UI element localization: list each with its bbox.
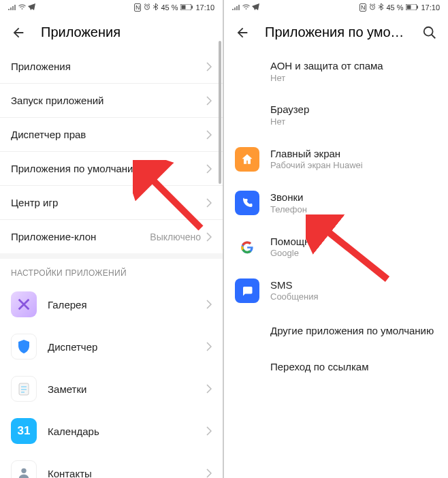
app-list: Галерея Диспетчер Заметки 31 Календарь bbox=[0, 283, 223, 478]
search-icon[interactable] bbox=[422, 25, 437, 40]
phone-left: N 45 % 17:10 Приложения Приложения Запус… bbox=[0, 0, 224, 478]
notes-icon bbox=[11, 376, 37, 402]
svg-rect-12 bbox=[417, 6, 418, 9]
page-title: Приложения по умолча... bbox=[265, 25, 407, 40]
row-game-center[interactable]: Центр игр bbox=[0, 186, 223, 220]
status-bar: N 45 % 17:10 bbox=[224, 0, 448, 15]
row-label: Приложения bbox=[11, 61, 206, 72]
default-sub: Телефон bbox=[270, 204, 437, 216]
row-label: Запуск приложений bbox=[11, 95, 206, 106]
status-right: N 45 % 17:10 bbox=[134, 3, 214, 12]
svg-rect-2 bbox=[182, 5, 186, 10]
empty-icon bbox=[235, 59, 259, 84]
default-title: Главный экран bbox=[270, 147, 437, 161]
svg-point-13 bbox=[424, 27, 433, 35]
section-header: НАСТРОЙКИ ПРИЛОЖЕНИЙ bbox=[0, 259, 223, 283]
default-home[interactable]: Главный экран Рабочий экран Huawei bbox=[224, 138, 448, 181]
row-value: Выключено bbox=[150, 232, 201, 242]
row-open-links[interactable]: Переход по ссылкам bbox=[224, 349, 448, 385]
svg-point-8 bbox=[21, 468, 26, 473]
sms-icon bbox=[235, 278, 259, 303]
header: Приложения bbox=[0, 15, 223, 50]
telegram-icon bbox=[28, 3, 35, 12]
chevron-right-icon bbox=[206, 130, 212, 140]
app-label: Контакты bbox=[48, 468, 195, 479]
header: Приложения по умолча... bbox=[224, 15, 448, 50]
battery-icon bbox=[406, 3, 418, 12]
home-icon bbox=[235, 147, 259, 172]
bluetooth-icon bbox=[153, 3, 158, 12]
phone-right: N 45 % 17:10 Приложения по умолча... АОН… bbox=[224, 0, 448, 478]
default-title: SMS bbox=[270, 278, 437, 292]
status-bar: N 45 % 17:10 bbox=[0, 0, 223, 15]
svg-line-14 bbox=[432, 34, 436, 38]
nfc-icon: N bbox=[134, 3, 142, 12]
default-sub: Рабочий экран Huawei bbox=[270, 160, 437, 172]
row-app-clone[interactable]: Приложение-клон Выключено bbox=[0, 220, 223, 253]
app-row-calendar[interactable]: 31 Календарь bbox=[0, 410, 223, 452]
app-row-gallery[interactable]: Галерея bbox=[0, 283, 223, 325]
empty-icon bbox=[235, 103, 259, 128]
default-browser[interactable]: Браузер Нет bbox=[224, 93, 448, 137]
svg-rect-3 bbox=[191, 6, 193, 9]
default-sub: Сообщения bbox=[270, 291, 437, 303]
status-right: N 45 % 17:10 bbox=[359, 3, 440, 12]
row-label: Приложение-клон bbox=[11, 231, 150, 242]
app-row-contacts[interactable]: Контакты bbox=[0, 452, 223, 478]
app-label: Галерея bbox=[48, 299, 195, 310]
chevron-right-icon bbox=[206, 468, 212, 478]
telegram-icon bbox=[252, 3, 259, 12]
app-label: Диспетчер bbox=[48, 341, 195, 353]
status-left bbox=[8, 3, 35, 12]
alarm-icon bbox=[144, 3, 150, 12]
row-label: Приложения по умолчанию bbox=[11, 163, 206, 174]
defaults-list: АОН и защита от спама Нет Браузер Нет Гл… bbox=[224, 50, 448, 385]
chevron-right-icon bbox=[206, 164, 212, 174]
chevron-right-icon bbox=[206, 232, 212, 242]
app-label: Календарь bbox=[48, 426, 195, 437]
gallery-icon bbox=[11, 291, 37, 317]
chevron-right-icon bbox=[206, 342, 212, 351]
default-sub: Нет bbox=[270, 73, 437, 84]
row-label: Диспетчер прав bbox=[11, 129, 206, 140]
default-sub: Google bbox=[270, 248, 437, 259]
default-caller-id[interactable]: АОН и защита от спама Нет bbox=[224, 50, 448, 93]
row-permissions[interactable]: Диспетчер прав bbox=[0, 118, 223, 152]
bluetooth-icon bbox=[379, 3, 383, 12]
wifi-icon bbox=[242, 3, 251, 12]
default-title: Звонки bbox=[270, 191, 437, 204]
battery-text: 45 % bbox=[386, 3, 403, 12]
shield-icon bbox=[11, 334, 37, 360]
default-title: Браузер bbox=[270, 103, 437, 116]
section-gap bbox=[0, 253, 223, 259]
chevron-right-icon bbox=[206, 300, 212, 309]
contacts-icon bbox=[11, 460, 37, 478]
svg-rect-11 bbox=[407, 5, 411, 10]
calendar-icon: 31 bbox=[11, 418, 37, 444]
app-row-manager[interactable]: Диспетчер bbox=[0, 325, 223, 368]
chevron-right-icon bbox=[206, 198, 212, 208]
status-left bbox=[232, 3, 259, 12]
page-title: Приложения bbox=[41, 25, 212, 40]
battery-text: 45 % bbox=[161, 3, 178, 12]
row-launch[interactable]: Запуск приложений bbox=[0, 84, 223, 118]
battery-icon bbox=[180, 3, 193, 12]
default-sms[interactable]: SMS Сообщения bbox=[224, 269, 448, 313]
phone-icon bbox=[235, 191, 259, 215]
signal-icon bbox=[8, 3, 16, 12]
default-assistant[interactable]: Помощник Google bbox=[224, 225, 448, 269]
chevron-right-icon bbox=[206, 426, 212, 436]
scrollbar[interactable] bbox=[219, 41, 221, 184]
default-phone[interactable]: Звонки Телефон bbox=[224, 181, 448, 225]
alarm-icon bbox=[369, 3, 376, 12]
wifi-icon bbox=[18, 3, 27, 12]
row-default-apps[interactable]: Приложения по умолчанию bbox=[0, 152, 223, 186]
app-row-notes[interactable]: Заметки bbox=[0, 368, 223, 410]
signal-icon bbox=[232, 3, 240, 12]
back-icon[interactable] bbox=[11, 25, 26, 40]
row-other-defaults[interactable]: Другие приложения по умолчанию bbox=[224, 313, 448, 349]
time-text: 17:10 bbox=[195, 3, 214, 12]
back-icon[interactable] bbox=[235, 25, 250, 40]
settings-list: Приложения Запуск приложений Диспетчер п… bbox=[0, 50, 223, 253]
row-apps[interactable]: Приложения bbox=[0, 50, 223, 84]
